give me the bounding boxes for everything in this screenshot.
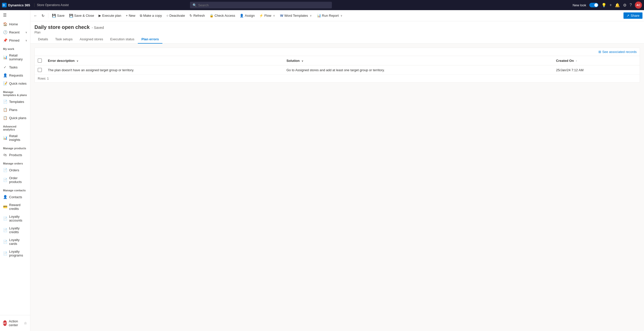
sidebar-item-retail-insights[interactable]: 📊 Retail insights — [0, 132, 30, 144]
save-close-icon: 💾 — [69, 14, 73, 17]
loyalty-credits-icon: 📄 — [3, 228, 7, 232]
error-sort-icon: ∨ — [77, 60, 78, 62]
home-icon: 🏠 — [3, 22, 7, 26]
search-input[interactable] — [198, 3, 329, 7]
sidebar-item-requests[interactable]: 👤 Requests — [0, 71, 30, 79]
plans-icon: 📋 — [3, 108, 7, 112]
action-center-label: Action center — [9, 319, 22, 327]
sidebar-item-quick-notes[interactable]: 📝 Quick notes — [0, 79, 30, 87]
header-error-description[interactable]: Error description ∨ — [45, 56, 283, 65]
sidebar-item-retail-summary[interactable]: 📊 Retail summary — [0, 51, 30, 63]
sidebar-item-quick-plans[interactable]: 📋 Quick plans — [0, 114, 30, 122]
see-associated-records-link[interactable]: ⊞ See associated records — [598, 50, 637, 54]
run-report-button[interactable]: 📊 Run Report ∨ — [315, 12, 345, 20]
row-checkbox-cell[interactable] — [35, 65, 45, 75]
sidebar-reward-credits-label: Reward credits — [9, 203, 27, 211]
assign-icon: 👤 — [240, 14, 244, 17]
sidebar-item-home[interactable]: 🏠 Home — [0, 20, 30, 28]
sidebar-templates-label: Templates — [9, 100, 24, 104]
save-icon: 💾 — [52, 14, 56, 17]
sidebar-item-templates[interactable]: 📄 Templates — [0, 98, 30, 106]
sidebar-item-recent[interactable]: 🕐 Recent ∨ — [0, 28, 30, 36]
back-button[interactable]: ← — [32, 12, 39, 19]
forward-button[interactable]: ↻ — [40, 12, 47, 19]
sidebar-retail-insights-label: Retail insights — [9, 134, 27, 142]
add-icon[interactable]: + — [610, 3, 612, 7]
quick-plans-icon: 📋 — [3, 116, 7, 120]
save-close-button[interactable]: 💾 Save & Close — [67, 12, 96, 19]
sidebar-item-products[interactable]: 🛍 Products — [0, 151, 30, 159]
manage-contacts-section: Manage contacts — [0, 186, 30, 193]
tab-plan-errors[interactable]: Plan errors — [138, 35, 162, 44]
errors-table-container: ⊞ See associated records Error descripti… — [34, 48, 640, 83]
hamburger-menu[interactable]: ☰ — [0, 10, 30, 20]
sidebar-item-tasks[interactable]: ✓ Tasks — [0, 63, 30, 71]
refresh-button[interactable]: ↻ Refresh — [187, 12, 207, 19]
run-report-chevron-icon[interactable]: ∨ — [340, 13, 343, 18]
tab-details[interactable]: Details — [34, 35, 52, 44]
word-templates-chevron-icon[interactable]: ∨ — [309, 13, 312, 18]
header-solution[interactable]: Solution ∨ — [283, 56, 553, 65]
sidebar-pinned-label: Pinned — [9, 39, 19, 42]
help-icon[interactable]: ? — [630, 3, 632, 7]
search-bar[interactable]: 🔍 — [190, 2, 332, 8]
sidebar: ☰ 🏠 Home 🕐 Recent ∨ 📌 Pinned ∨ My work 📊… — [0, 10, 30, 331]
manage-orders-section: Manage orders — [0, 159, 30, 166]
flow-button[interactable]: ⚡ Flow ∨ — [257, 12, 277, 20]
sidebar-loyalty-accounts-label: Loyalty accounts — [9, 215, 27, 222]
make-copy-button[interactable]: ⧉ Make a copy — [138, 12, 164, 19]
topbar-right: New look 💡 + 🔔 ⚙ ? AC — [573, 2, 642, 9]
main-content: ← ↻ 💾 Save 💾 Save & Close ▶ Execute plan… — [30, 10, 644, 331]
action-center-pin-icon: ☆ — [24, 321, 27, 325]
sidebar-item-plans[interactable]: 📋 Plans — [0, 106, 30, 114]
sidebar-item-reward-credits[interactable]: 💳 Reward credits — [0, 201, 30, 213]
select-all-checkbox[interactable] — [38, 59, 42, 63]
sidebar-bottom: AC Action center ☆ — [0, 315, 30, 331]
sidebar-item-loyalty-programs[interactable]: 📄 Loyalty programs — [0, 248, 30, 259]
header-select-all[interactable] — [35, 56, 45, 65]
manage-templates-section: Manage templates & plans — [0, 87, 30, 98]
sidebar-item-order-products[interactable]: 📄 Order products — [0, 174, 30, 186]
deactivate-button[interactable]: ○ Deactivate — [164, 12, 187, 19]
sidebar-item-loyalty-credits[interactable]: 📄 Loyalty credits — [0, 224, 30, 236]
loyalty-accounts-icon: 📄 — [3, 216, 7, 220]
my-work-section: My work — [0, 44, 30, 51]
sidebar-item-loyalty-cards[interactable]: 📄 Loyalty cards — [0, 236, 30, 248]
lightbulb-icon[interactable]: 💡 — [601, 3, 607, 8]
user-avatar[interactable]: AC — [635, 2, 642, 9]
row-checkbox[interactable] — [38, 68, 42, 72]
new-button[interactable]: + New — [124, 12, 138, 19]
app-logo-text: Dynamics 365 — [8, 3, 30, 7]
loyalty-programs-icon: 📄 — [3, 251, 7, 255]
page-title: Daily store open check — [34, 24, 90, 30]
check-access-button[interactable]: 🔒 Check Access — [207, 12, 237, 19]
share-button[interactable]: ↗ Share — [623, 12, 642, 19]
assign-button[interactable]: 👤 Assign — [238, 12, 257, 19]
word-templates-icon: W — [280, 14, 283, 17]
orders-icon: 📄 — [3, 168, 7, 172]
flow-icon: ⚡ — [259, 14, 263, 17]
sidebar-item-pinned[interactable]: 📌 Pinned ∨ — [0, 36, 30, 44]
settings-icon[interactable]: ⚙ — [623, 3, 627, 8]
sidebar-products-label: Products — [9, 153, 22, 157]
notifications-icon[interactable]: 🔔 — [615, 3, 620, 8]
tab-task-setups[interactable]: Task setups — [52, 35, 76, 44]
action-center-item[interactable]: AC Action center ☆ — [0, 317, 30, 329]
page-tabs: Details Task setups Assigned stores Exec… — [30, 35, 644, 44]
save-button[interactable]: 💾 Save — [50, 12, 67, 19]
header-created-on[interactable]: Created On ↑ — [553, 56, 640, 65]
sidebar-item-orders[interactable]: 📄 Orders — [0, 166, 30, 174]
sidebar-item-loyalty-accounts[interactable]: 📄 Loyalty accounts — [0, 213, 30, 224]
tab-execution-status[interactable]: Execution status — [107, 35, 138, 44]
requests-icon: 👤 — [3, 73, 7, 77]
reward-credits-icon: 💳 — [3, 205, 7, 209]
flow-chevron-icon[interactable]: ∨ — [272, 13, 276, 18]
sidebar-order-products-label: Order products — [9, 176, 27, 184]
word-templates-button[interactable]: W Word Templates ∨ — [278, 12, 314, 20]
sidebar-item-contacts[interactable]: 👤 Contacts — [0, 193, 30, 201]
sidebar-loyalty-programs-label: Loyalty programs — [9, 250, 27, 257]
execute-plan-icon: ▶ — [99, 14, 101, 17]
new-look-toggle[interactable] — [589, 3, 598, 7]
tab-assigned-stores[interactable]: Assigned stores — [76, 35, 107, 44]
execute-plan-button[interactable]: ▶ Execute plan — [97, 12, 123, 19]
